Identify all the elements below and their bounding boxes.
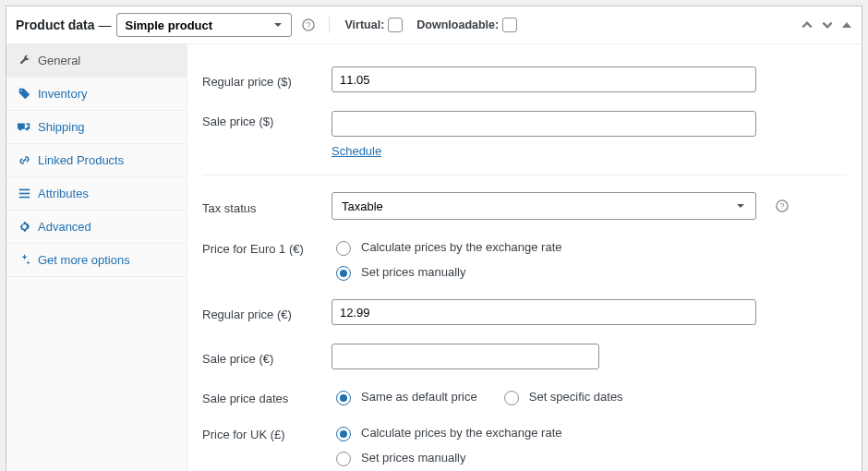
virtual-checkbox[interactable] [388, 18, 403, 32]
price-eur-manual-option[interactable]: Set prices manually [332, 263, 847, 281]
help-icon[interactable]: ? [775, 199, 790, 213]
schedule-link[interactable]: Schedule [332, 144, 381, 158]
tab-linked-products[interactable]: Linked Products [6, 144, 187, 177]
radio-input[interactable] [336, 266, 351, 281]
field-regular-price-eur: Regular price (€) [202, 290, 847, 334]
price-uk-calc-option[interactable]: Calculate prices by the exchange rate [332, 424, 847, 441]
panel-controls [801, 18, 852, 31]
tab-label: Get more options [38, 253, 130, 267]
radio-input[interactable] [504, 391, 519, 405]
tab-get-more[interactable]: Get more options [6, 244, 187, 277]
tab-advanced[interactable]: Advanced [6, 211, 187, 244]
downloadable-checkbox[interactable] [502, 18, 517, 32]
panel-header: Product data — Simple product ? Virtual:… [6, 6, 862, 44]
sale-price-usd-input[interactable] [332, 111, 756, 137]
svg-rect-2 [18, 189, 29, 191]
tab-label: Linked Products [38, 153, 124, 167]
move-up-icon[interactable] [801, 18, 814, 31]
product-tabs: General Inventory Shipping Linked Produc… [6, 44, 187, 471]
radio-input[interactable] [336, 391, 351, 405]
field-sale-price-usd: Sale price ($) Schedule [202, 102, 847, 167]
field-label: Regular price (€) [202, 304, 332, 321]
list-icon [18, 187, 30, 200]
sale-price-eur-input[interactable] [332, 344, 599, 369]
tab-label: Attributes [38, 187, 89, 200]
field-label: Tax status [202, 198, 332, 215]
tab-attributes[interactable]: Attributes [6, 177, 187, 211]
svg-text:?: ? [780, 201, 785, 211]
tab-label: Shipping [38, 120, 85, 134]
field-label: Regular price ($) [202, 71, 332, 89]
move-down-icon[interactable] [821, 18, 834, 31]
field-sale-price-eur: Sale price (€) [202, 334, 847, 379]
panel-title: Product data — [16, 18, 111, 32]
sparkle-icon [18, 254, 30, 267]
field-label: Sale price (€) [202, 348, 332, 366]
product-type-select[interactable]: Simple product [116, 13, 292, 37]
separator [329, 17, 330, 33]
svg-text:?: ? [307, 20, 311, 30]
svg-rect-3 [18, 193, 29, 195]
tab-general[interactable]: General [6, 44, 187, 78]
regular-price-eur-input[interactable] [332, 299, 756, 325]
field-sale-price-dates: Sale price dates Same as default price S… [202, 379, 847, 415]
regular-price-usd-input[interactable] [332, 66, 756, 92]
panel-body: General Inventory Shipping Linked Produc… [6, 44, 862, 471]
field-label: Sale price ($) [202, 111, 332, 128]
truck-icon [18, 121, 30, 134]
tab-label: Advanced [38, 220, 91, 234]
radio-input[interactable] [336, 452, 351, 466]
gear-icon [18, 221, 30, 234]
field-tax-status: Tax status Taxable ? [202, 183, 847, 229]
tab-shipping[interactable]: Shipping [6, 111, 187, 144]
tab-content-general: Regular price ($) Sale price ($) Schedul… [187, 44, 862, 471]
tab-inventory[interactable]: Inventory [6, 78, 187, 111]
tax-status-select[interactable]: Taxable [332, 192, 756, 220]
wrench-icon [18, 54, 30, 67]
help-icon[interactable]: ? [301, 18, 316, 32]
radio-input[interactable] [336, 241, 351, 256]
field-label: Price for UK (£) [202, 424, 332, 441]
collapse-icon[interactable] [841, 19, 852, 30]
field-label: Sale price dates [202, 388, 332, 405]
tab-label: General [38, 54, 80, 67]
tag-icon [18, 88, 30, 101]
price-uk-manual-option[interactable]: Set prices manually [332, 449, 847, 466]
virtual-option: Virtual: [344, 15, 405, 35]
dates-specific-option[interactable]: Set specific dates [500, 388, 623, 405]
field-label: Price for Euro 1 (€) [202, 238, 332, 256]
radio-input[interactable] [336, 427, 351, 441]
field-price-uk: Price for UK (£) Calculate prices by the… [202, 415, 847, 471]
tab-label: Inventory [38, 87, 87, 101]
field-price-eur: Price for Euro 1 (€) Calculate prices by… [202, 229, 847, 290]
downloadable-option: Downloadable: [416, 15, 520, 35]
product-data-panel: Product data — Simple product ? Virtual:… [6, 6, 862, 471]
link-icon [18, 154, 30, 167]
dates-same-option[interactable]: Same as default price [332, 388, 477, 405]
svg-rect-4 [18, 197, 29, 199]
price-eur-calc-option[interactable]: Calculate prices by the exchange rate [332, 238, 847, 256]
field-regular-price-usd: Regular price ($) [202, 57, 847, 102]
divider [202, 175, 847, 175]
